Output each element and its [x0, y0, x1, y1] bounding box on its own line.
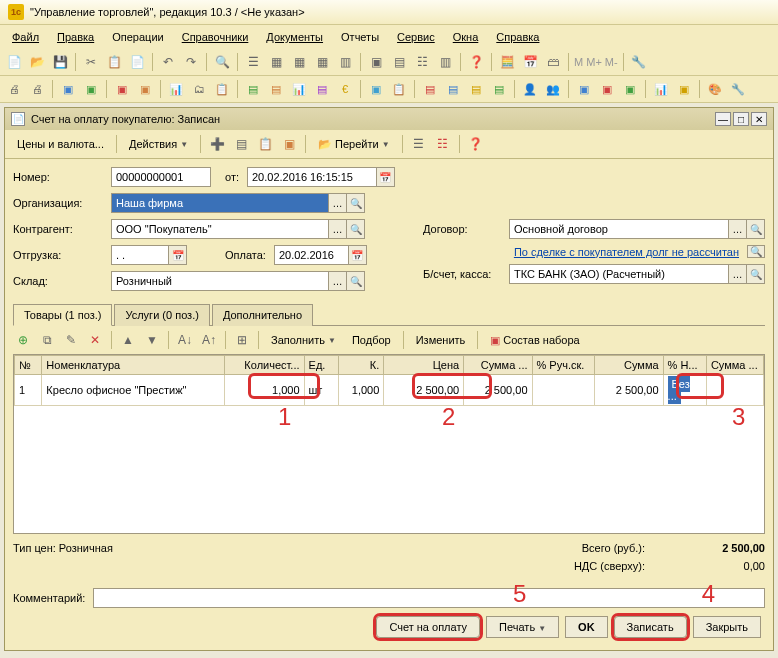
menu-service[interactable]: Сервис [389, 28, 443, 46]
row-down-icon[interactable]: ▼ [142, 330, 162, 350]
list-icon[interactable]: ☰ [243, 52, 263, 72]
save-icon[interactable]: 💾 [50, 52, 70, 72]
c6-icon[interactable]: 🗂 [189, 79, 209, 99]
c24-icon[interactable]: 📊 [651, 79, 671, 99]
print1-icon[interactable]: 🖨 [4, 79, 24, 99]
col-sum2[interactable]: Сумма [595, 356, 663, 375]
prices-button[interactable]: Цены и валюта... [11, 135, 110, 153]
warehouse-select-icon[interactable]: … [329, 271, 347, 291]
doc-t1-icon[interactable]: ☰ [409, 134, 429, 154]
col-vat[interactable]: % Н... [663, 356, 706, 375]
maximize-button[interactable]: □ [733, 112, 749, 126]
c25-icon[interactable]: ▣ [674, 79, 694, 99]
col-name[interactable]: Номенклатура [42, 356, 224, 375]
tool2-icon[interactable]: ▦ [312, 52, 332, 72]
deal-link[interactable]: По сделке с покупателем долг не рассчита… [514, 246, 739, 258]
invoice-button[interactable]: Счет на оплату [376, 616, 480, 638]
col-n[interactable]: № [15, 356, 42, 375]
copy-icon[interactable]: 📋 [104, 52, 124, 72]
menu-operations[interactable]: Операции [104, 28, 171, 46]
row-edit-icon[interactable]: ✎ [61, 330, 81, 350]
t7-icon[interactable]: ▥ [435, 52, 455, 72]
c14-icon[interactable]: 📋 [389, 79, 409, 99]
grid-icon[interactable]: ▦ [266, 52, 286, 72]
c5-icon[interactable]: 📊 [166, 79, 186, 99]
menu-edit[interactable]: Правка [49, 28, 102, 46]
doc-help-icon[interactable]: ❓ [466, 134, 486, 154]
c18-icon[interactable]: ▤ [489, 79, 509, 99]
row-copy-icon[interactable]: ⧉ [37, 330, 57, 350]
c10-icon[interactable]: 📊 [289, 79, 309, 99]
sort-asc-icon[interactable]: A↓ [175, 330, 195, 350]
close-doc-button[interactable]: Закрыть [693, 616, 761, 638]
c19-icon[interactable]: 👤 [520, 79, 540, 99]
tool3-icon[interactable]: ▥ [335, 52, 355, 72]
col-disc[interactable]: % Руч.ск. [532, 356, 595, 375]
contragent-select-icon[interactable]: … [329, 219, 347, 239]
menu-refs[interactable]: Справочники [174, 28, 257, 46]
warehouse-input[interactable] [111, 271, 329, 291]
datetime-input[interactable] [247, 167, 377, 187]
redo-icon[interactable]: ↷ [181, 52, 201, 72]
c11-icon[interactable]: ▤ [312, 79, 332, 99]
composition-button[interactable]: ▣ Состав набора [484, 331, 585, 350]
col-sum1[interactable]: Сумма ... [464, 356, 532, 375]
c20-icon[interactable]: 👥 [543, 79, 563, 99]
t5-icon[interactable]: ▤ [389, 52, 409, 72]
c12-icon[interactable]: € [335, 79, 355, 99]
c21-icon[interactable]: ▣ [574, 79, 594, 99]
c22-icon[interactable]: ▣ [597, 79, 617, 99]
ok-button[interactable]: OK [565, 616, 608, 638]
contragent-search-icon[interactable]: 🔍 [347, 219, 365, 239]
help-icon[interactable]: ❓ [466, 52, 486, 72]
col-sum3[interactable]: Сумма ... [706, 356, 763, 375]
c15-icon[interactable]: ▤ [420, 79, 440, 99]
merge-icon[interactable]: ⊞ [232, 330, 252, 350]
menu-file[interactable]: Файл [4, 28, 47, 46]
cut-icon[interactable]: ✂ [81, 52, 101, 72]
sort-desc-icon[interactable]: A↑ [199, 330, 219, 350]
tool-icon[interactable]: ▦ [289, 52, 309, 72]
row-delete-icon[interactable]: ✕ [85, 330, 105, 350]
bank-select-icon[interactable]: … [729, 264, 747, 284]
c3-icon[interactable]: ▣ [112, 79, 132, 99]
print2-icon[interactable]: 🖨 [27, 79, 47, 99]
tab-extra[interactable]: Дополнительно [212, 304, 313, 326]
c8-icon[interactable]: ▤ [243, 79, 263, 99]
calendar-icon[interactable]: 📅 [377, 167, 395, 187]
undo-icon[interactable]: ↶ [158, 52, 178, 72]
minimize-button[interactable]: — [715, 112, 731, 126]
col-price[interactable]: Цена [384, 356, 464, 375]
fill-dropdown[interactable]: Заполнить ▼ [265, 331, 342, 349]
comment-input[interactable] [93, 588, 765, 608]
actions-dropdown[interactable]: Действия ▼ [123, 135, 194, 153]
tab-goods[interactable]: Товары (1 поз.) [13, 304, 112, 326]
close-button[interactable]: ✕ [751, 112, 767, 126]
menu-docs[interactable]: Документы [258, 28, 331, 46]
doc-t2-icon[interactable]: ☷ [433, 134, 453, 154]
doc-add-icon[interactable]: ➕ [207, 134, 227, 154]
c2-icon[interactable]: ▣ [81, 79, 101, 99]
pay-input[interactable] [274, 245, 349, 265]
contract-select-icon[interactable]: … [729, 219, 747, 239]
deal-search-icon[interactable]: 🔍 [747, 245, 765, 258]
goods-grid[interactable]: № Номенклатура Количест... Ед. К. Цена С… [14, 355, 764, 406]
change-button[interactable]: Изменить [410, 331, 472, 349]
c9-icon[interactable]: ▤ [266, 79, 286, 99]
contract-search-icon[interactable]: 🔍 [747, 219, 765, 239]
t6-icon[interactable]: ☷ [412, 52, 432, 72]
t4-icon[interactable]: ▣ [366, 52, 386, 72]
org-select-icon[interactable]: … [329, 193, 347, 213]
number-input[interactable] [111, 167, 211, 187]
c16-icon[interactable]: ▤ [443, 79, 463, 99]
ship-cal-icon[interactable]: 📅 [169, 245, 187, 265]
tab-services[interactable]: Услуги (0 поз.) [114, 304, 209, 326]
org-search-icon[interactable]: 🔍 [347, 193, 365, 213]
c13-icon[interactable]: ▣ [366, 79, 386, 99]
paste-icon[interactable]: 📄 [127, 52, 147, 72]
row-up-icon[interactable]: ▲ [118, 330, 138, 350]
c1-icon[interactable]: ▣ [58, 79, 78, 99]
calc-icon[interactable]: 🧮 [497, 52, 517, 72]
bank-input[interactable] [509, 264, 729, 284]
goto-dropdown[interactable]: 📂 Перейти ▼ [312, 135, 396, 154]
